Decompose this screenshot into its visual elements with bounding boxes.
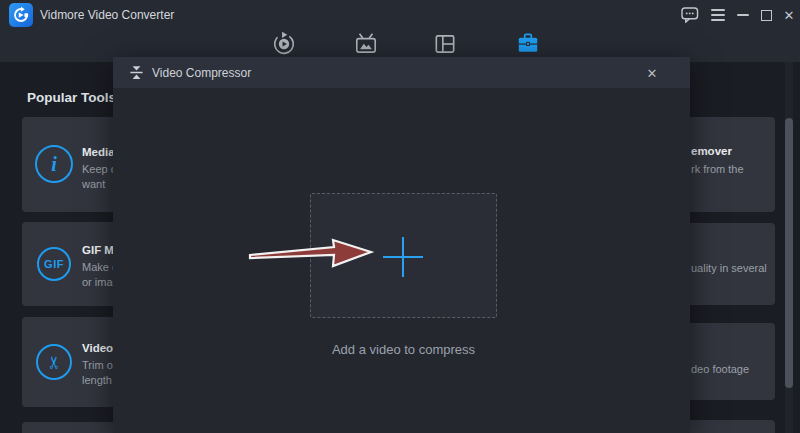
- tool-card-title-fragment: emover: [691, 145, 732, 157]
- close-icon: ✕: [784, 9, 795, 22]
- scissors-circle-icon: ✂: [36, 344, 72, 380]
- plus-icon: [402, 237, 404, 277]
- tab-mv[interactable]: [344, 27, 388, 61]
- dialog-title: Video Compressor: [152, 66, 251, 80]
- video-compressor-dialog: Video Compressor ✕ Add a video to compre…: [113, 57, 690, 433]
- info-circle-icon: i: [35, 145, 73, 183]
- tool-card-desc-fragment: rk from the: [691, 163, 744, 175]
- dialog-header: Video Compressor: [113, 57, 690, 88]
- maximize-button[interactable]: [757, 6, 775, 24]
- converter-circle-play-icon: [271, 31, 297, 57]
- titlebar: Vidmore Video Converter ✕: [0, 0, 800, 62]
- dropzone-hint: Add a video to compress: [241, 342, 566, 357]
- popular-tools-heading: Popular Tools: [27, 90, 116, 105]
- minimize-button[interactable]: [734, 6, 752, 24]
- window-title: Vidmore Video Converter: [40, 8, 174, 22]
- app-logo-icon: [9, 3, 33, 27]
- tab-toolbox[interactable]: [506, 27, 550, 61]
- close-button[interactable]: ✕: [780, 6, 798, 24]
- gif-circle-icon: GIF: [37, 247, 71, 281]
- tool-card-desc-fragment: uality in several: [691, 262, 767, 274]
- toolbox-briefcase-icon: [515, 31, 541, 57]
- compress-vertical-icon: [129, 65, 144, 80]
- tv-photo-icon: [353, 31, 379, 57]
- feedback-icon[interactable]: [681, 6, 699, 24]
- dialog-close-button[interactable]: ✕: [643, 64, 661, 82]
- tab-converter[interactable]: [262, 27, 306, 61]
- scrollbar-thumb[interactable]: [785, 118, 793, 388]
- hamburger-menu-icon[interactable]: [709, 6, 727, 24]
- close-icon: ✕: [647, 66, 658, 81]
- tab-collage[interactable]: [423, 27, 467, 61]
- tool-card-desc-fragment: deo footage: [691, 363, 749, 375]
- collage-grid-icon: [432, 31, 458, 57]
